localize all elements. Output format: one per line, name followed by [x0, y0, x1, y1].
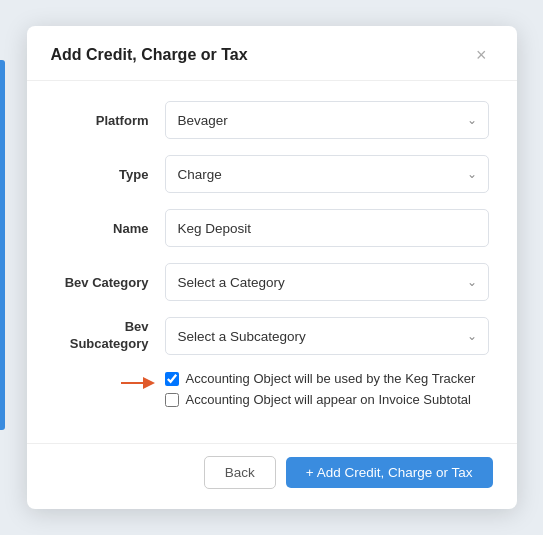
type-select-wrapper: Credit Charge Tax ⌄ [165, 155, 489, 193]
keg-tracker-checkbox[interactable] [165, 372, 179, 386]
close-button[interactable]: × [470, 44, 493, 66]
bev-subcategory-select-wrapper: Select a Subcategory ⌄ [165, 317, 489, 355]
platform-select[interactable]: Bevager Sysco US Foods [165, 101, 489, 139]
name-input[interactable] [165, 209, 489, 247]
type-row: Type Credit Charge Tax ⌄ [55, 155, 489, 193]
modal-title: Add Credit, Charge or Tax [51, 46, 248, 64]
checkbox-section: Accounting Object will be used by the Ke… [165, 371, 489, 407]
bev-subcategory-label: Bev Subcategory [55, 319, 165, 353]
modal-overlay: Add Credit, Charge or Tax × Platform Bev… [0, 0, 543, 535]
add-button[interactable]: + Add Credit, Charge or Tax [286, 457, 493, 488]
checkbox-row-1: Accounting Object will be used by the Ke… [165, 371, 489, 386]
type-label: Type [55, 167, 165, 182]
arrow-indicator [119, 373, 157, 397]
checkbox-row-2: Accounting Object will appear on Invoice… [165, 392, 489, 407]
type-select[interactable]: Credit Charge Tax [165, 155, 489, 193]
bev-subcategory-row: Bev Subcategory Select a Subcategory ⌄ [55, 317, 489, 355]
bev-category-select-wrapper: Select a Category ⌄ [165, 263, 489, 301]
platform-row: Platform Bevager Sysco US Foods ⌄ [55, 101, 489, 139]
platform-label: Platform [55, 113, 165, 128]
bev-category-row: Bev Category Select a Category ⌄ [55, 263, 489, 301]
bev-subcategory-select[interactable]: Select a Subcategory [165, 317, 489, 355]
keg-tracker-label: Accounting Object will be used by the Ke… [186, 371, 476, 386]
name-row: Name [55, 209, 489, 247]
back-button[interactable]: Back [204, 456, 276, 489]
invoice-subtotal-checkbox[interactable] [165, 393, 179, 407]
name-label: Name [55, 221, 165, 236]
platform-select-wrapper: Bevager Sysco US Foods ⌄ [165, 101, 489, 139]
invoice-subtotal-label: Accounting Object will appear on Invoice… [186, 392, 471, 407]
bev-category-label: Bev Category [55, 275, 165, 290]
bev-category-select[interactable]: Select a Category [165, 263, 489, 301]
modal-body: Platform Bevager Sysco US Foods ⌄ Type C… [27, 81, 517, 443]
modal-dialog: Add Credit, Charge or Tax × Platform Bev… [27, 26, 517, 509]
blue-sidebar [0, 60, 5, 430]
modal-footer: Back + Add Credit, Charge or Tax [27, 443, 517, 509]
modal-header: Add Credit, Charge or Tax × [27, 26, 517, 81]
